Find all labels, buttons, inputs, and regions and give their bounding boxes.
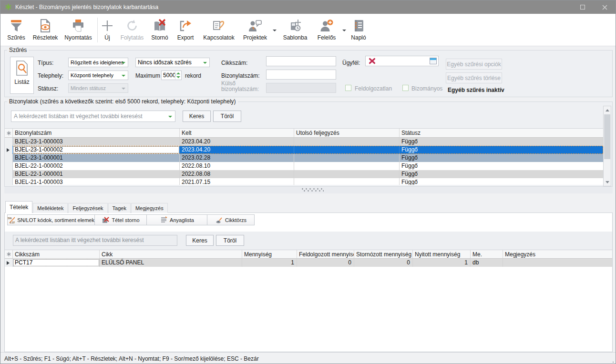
scroll-down-button[interactable]: [604, 178, 611, 186]
cell-date[interactable]: 2023.04.20: [180, 138, 294, 146]
cell-doc-no[interactable]: BJEL-23-1-000003: [13, 138, 180, 146]
column-header-status[interactable]: Státusz: [400, 129, 603, 138]
item-storno-button[interactable]: Tétel storno: [94, 214, 147, 225]
cell-status[interactable]: Függő: [400, 146, 603, 154]
cell-date[interactable]: 2023.04.20: [180, 146, 294, 154]
column-header-unit[interactable]: Me.: [471, 250, 503, 259]
tab-mellekletek[interactable]: Mellékletek: [33, 203, 68, 213]
cell-doc-no[interactable]: BJEL-22-1-000002: [13, 162, 180, 170]
doc-no-input[interactable]: [266, 70, 336, 80]
customer-input[interactable]: [365, 56, 439, 66]
toolbar-button-contacts[interactable]: Kapcsolatok: [200, 16, 237, 41]
documents-clear-button[interactable]: Töröl: [213, 111, 241, 122]
cell-doc-no[interactable]: BJEL-21-1-000003: [13, 178, 180, 185]
cell-doc-no[interactable]: BJEL-23-1-000002: [13, 146, 180, 154]
cell-doc-no[interactable]: BJEL-23-1-000001: [13, 154, 180, 162]
detail-clear-button[interactable]: Töröl: [216, 235, 244, 246]
cell-unit[interactable]: db: [471, 259, 503, 267]
documents-search-combo[interactable]: A lekérdezett listában itt végezhet tová…: [11, 111, 175, 122]
stepper-down-icon[interactable]: [176, 76, 180, 78]
title-bar[interactable]: Készlet - Bizományos jelentés bizonylato…: [0, 0, 616, 14]
column-header-item-no[interactable]: Cikkszám: [13, 250, 100, 259]
unprocessed-checkbox[interactable]: [345, 85, 351, 91]
cell-last-note[interactable]: [294, 138, 400, 146]
cell-open-qty[interactable]: 1: [413, 259, 471, 267]
cell-item-no[interactable]: PCT17: [13, 259, 100, 267]
stepper-arrows[interactable]: [175, 71, 181, 80]
cell-doc-no[interactable]: BJEL-22-1-000001: [13, 170, 180, 178]
max-records-stepper[interactable]: 5000: [161, 71, 182, 80]
column-header-last-note[interactable]: Utolsó feljegyzés: [294, 129, 400, 138]
table-row[interactable]: BJEL-22-1-000001 2022.08.08 Függő: [5, 170, 603, 178]
cell-status[interactable]: Függő: [400, 154, 603, 162]
maximize-button[interactable]: [572, 0, 594, 14]
detail-row[interactable]: PCT17 ELÜLSŐ PANEL 1 0 0 1 db: [5, 259, 612, 267]
column-header-note[interactable]: Megjegyzés: [503, 250, 612, 259]
table-row-selected-inactive[interactable]: BJEL-23-1-000001 2023.02.28 Függő: [5, 154, 603, 162]
projects-dropdown-arrow[interactable]: [273, 30, 277, 31]
cell-status[interactable]: Függő: [400, 162, 603, 170]
toolbar-button-projects[interactable]: Projektek: [239, 16, 271, 41]
toolbar-button-log[interactable]: Napló: [348, 16, 369, 41]
scrollbar-thumb[interactable]: [604, 114, 610, 159]
column-header-cancelled[interactable]: Stornózott mennyiség: [354, 250, 413, 259]
snlot-button[interactable]: SNLOT SN/LOT kódok, sortiment elemek: [7, 214, 95, 225]
column-header-date[interactable]: Kelt: [180, 129, 294, 138]
detail-search-button[interactable]: Keres: [186, 235, 214, 246]
cell-last-note[interactable]: [294, 178, 400, 185]
cell-last-note[interactable]: [294, 162, 400, 170]
table-row[interactable]: BJEL-22-1-000002 2022.08.10 Függő: [5, 162, 603, 170]
tab-tagek[interactable]: Tagek: [108, 203, 131, 213]
cell-last-note[interactable]: [294, 154, 400, 162]
material-list-button[interactable]: Anyaglista: [146, 214, 207, 225]
cell-date[interactable]: 2021.07.15: [180, 178, 294, 185]
cell-item-name[interactable]: ELÜLSŐ PANEL: [100, 259, 242, 267]
splitter-handle[interactable]: [4, 187, 613, 193]
lookup-window-icon[interactable]: [430, 58, 437, 64]
consignment-checkbox[interactable]: [402, 85, 409, 91]
cell-date[interactable]: 2022.08.10: [180, 162, 294, 170]
toolbar-button-responsible[interactable]: Felelős: [313, 16, 340, 41]
cell-last-note[interactable]: [294, 170, 400, 178]
stepper-up-icon[interactable]: [176, 72, 180, 74]
item-master-button[interactable]: Cikktörzs: [207, 214, 255, 225]
toolbar-button-storno[interactable]: Stornó: [149, 16, 171, 41]
tab-megjegyzes[interactable]: Megjegyzés: [131, 203, 168, 213]
vertical-scrollbar[interactable]: [603, 106, 611, 186]
toolbar-button-print[interactable]: Nyomtatás: [62, 16, 95, 41]
period-select[interactable]: Nincs időszak szűrés: [135, 58, 210, 67]
detail-search-input[interactable]: A lekérdezett listában itt végezhet tová…: [13, 235, 177, 246]
close-button[interactable]: [594, 0, 616, 14]
resize-grip[interactable]: [613, 362, 614, 363]
table-row[interactable]: BJEL-23-1-000003 2023.04.20 Függő: [5, 138, 603, 146]
cell-note[interactable]: [503, 259, 612, 267]
column-header-open[interactable]: Nyitott mennyiség: [413, 250, 471, 259]
type-select[interactable]: Rögzített és ideiglenes: [68, 58, 128, 67]
clear-x-icon[interactable]: [369, 58, 376, 64]
site-select[interactable]: Központi telephely: [68, 71, 128, 80]
cell-date[interactable]: 2022.08.08: [180, 170, 294, 178]
toolbar-button-export[interactable]: Export: [173, 16, 198, 41]
scroll-up-button[interactable]: [604, 106, 611, 114]
table-row-selected[interactable]: BJEL-23-1-000002 2023.04.20 Függő: [5, 146, 603, 154]
table-row[interactable]: BJEL-21-1-000003 2021.07.15 Függő: [5, 178, 603, 185]
column-header-item[interactable]: Cikk: [100, 250, 242, 259]
toolbar-button-template[interactable]: Sablonba: [280, 16, 310, 41]
column-header-processed[interactable]: Feldolgozott mennyiség: [297, 250, 354, 259]
cell-quantity[interactable]: 1: [242, 259, 297, 267]
column-header-quantity[interactable]: Mennyiség: [242, 250, 297, 259]
toolbar-button-new[interactable]: Új: [99, 16, 115, 41]
cell-date[interactable]: 2023.02.28: [180, 154, 294, 162]
tab-tetelek[interactable]: Tételek: [5, 201, 32, 213]
cell-status[interactable]: Függő: [400, 178, 603, 185]
column-header-doc-no[interactable]: Bizonylatszám: [13, 129, 180, 138]
tab-feljegyzesek[interactable]: Feljegyzések: [68, 203, 107, 213]
list-button[interactable]: Listáz: [10, 57, 34, 94]
cell-last-note[interactable]: [294, 146, 400, 154]
toolbar-button-details[interactable]: Részletek: [29, 16, 62, 41]
cell-cancelled-qty[interactable]: 0: [354, 259, 413, 267]
item-no-input[interactable]: [266, 56, 336, 66]
cell-status[interactable]: Függő: [400, 138, 603, 146]
responsible-dropdown-arrow[interactable]: [342, 30, 346, 31]
cell-processed-qty[interactable]: 0: [297, 259, 354, 267]
